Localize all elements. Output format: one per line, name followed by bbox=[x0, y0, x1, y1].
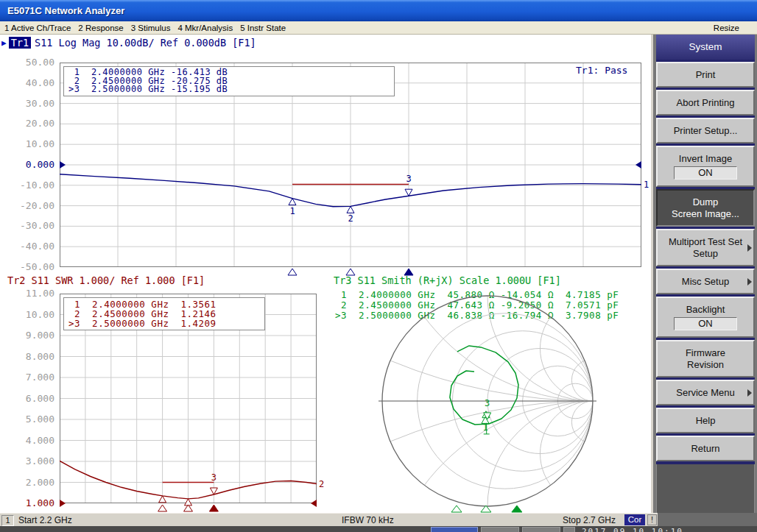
softkey-panel: System PrintAbort PrintingPrinter Setup.… bbox=[651, 35, 757, 526]
softkey-label: Printer Setup... bbox=[665, 125, 746, 136]
menu-item-4[interactable]: 4 Mkr/Analysis bbox=[177, 21, 233, 35]
y-axis-label: 9.000 bbox=[3, 330, 54, 341]
taskbar-clipped: 2017-09-10 10:10 bbox=[0, 526, 757, 532]
softkey-label: Return bbox=[665, 443, 746, 454]
y-axis-label: 3.000 bbox=[3, 456, 54, 467]
y-axis-label: 11.00 bbox=[3, 288, 54, 299]
start-frequency-field: Start 2.2 GHz bbox=[18, 515, 72, 525]
softkey-invert-image[interactable]: Invert ImageON bbox=[656, 146, 755, 187]
softkey-menu-title: System bbox=[656, 35, 755, 60]
correction-status-badge: Cor bbox=[624, 514, 645, 525]
softkey-label: Setup bbox=[665, 248, 746, 259]
y-axis-label: -40.00 bbox=[3, 241, 54, 252]
y-axis-label: 2.000 bbox=[3, 478, 54, 488]
menu-item-5[interactable]: 5 Instr State bbox=[240, 21, 286, 35]
softkey-abort-printing[interactable]: Abort Printing bbox=[656, 90, 755, 116]
tr3-stimulus-marker-3 bbox=[512, 506, 522, 512]
channel-number-indicator: 1 bbox=[1, 515, 14, 526]
softkey-toggle-value: ON bbox=[674, 166, 737, 180]
display-area: ▶Tr1S11 Log Mag 10.00dB/ Ref 0.000dB [F1… bbox=[0, 35, 651, 513]
tr3-header[interactable]: Tr3 S11 Smith (R+jX) Scale 1.000U [F1] bbox=[334, 274, 561, 286]
softkey-label: Abort Printing bbox=[665, 97, 746, 108]
menu-resize[interactable]: Resize bbox=[714, 21, 739, 35]
softkey-label: Misc Setup bbox=[665, 276, 746, 287]
softkey-firmware-revision[interactable]: FirmwareRevision bbox=[656, 340, 755, 377]
softkey-label: Screen Image... bbox=[665, 208, 746, 219]
tr1-ref-arrow-left bbox=[60, 161, 66, 169]
stop-frequency-field: Stop 2.7 GHz bbox=[563, 515, 616, 525]
tr3-marker-3-number: 3 bbox=[485, 398, 490, 408]
softkey-label: Dump bbox=[665, 196, 746, 208]
e5071c-screen: E5071C Network Analyzer 1 Active Ch/Trac… bbox=[0, 0, 757, 532]
y-axis-label: -50.00 bbox=[3, 262, 54, 272]
softkey-backlight[interactable]: BacklightON bbox=[656, 297, 755, 338]
y-axis-label: 30.00 bbox=[3, 99, 54, 109]
y-axis-label: 6.000 bbox=[3, 394, 54, 404]
softkey-toggle-value: ON bbox=[674, 317, 737, 330]
tr1-chip: Tr1 bbox=[9, 37, 31, 49]
menu-item-2[interactable]: 2 Response bbox=[78, 21, 123, 35]
tr1-stimulus-marker-1 bbox=[288, 269, 297, 275]
softkey-help[interactable]: Help bbox=[656, 408, 755, 433]
svg-text:3: 3 bbox=[211, 472, 216, 483]
softkey-label: Multiport Test Set bbox=[665, 236, 746, 247]
softkey-multiport-test-set-setup[interactable]: Multiport Test SetSetup bbox=[656, 229, 755, 266]
softkey-printer-setup[interactable]: Printer Setup... bbox=[656, 118, 755, 143]
y-axis-label: -30.00 bbox=[3, 221, 54, 231]
window-titlebar[interactable]: E5071C Network Analyzer bbox=[0, 0, 757, 21]
softkey-service-menu[interactable]: Service Menu bbox=[656, 380, 755, 405]
y-axis-label: 10.00 bbox=[3, 139, 54, 149]
tr1-trace-number-label: 1 bbox=[644, 180, 649, 190]
tr3-smith-chart: 31 bbox=[377, 294, 598, 514]
tr2-marker-readout: 1 2.4000000 GHz 1.3561 2 2.4500000 GHz 1… bbox=[63, 297, 265, 330]
tr3-marker-1-number: 1 bbox=[482, 422, 487, 433]
warning-badge: ! bbox=[647, 514, 657, 525]
window-title: E5071C Network Analyzer bbox=[7, 5, 124, 16]
softkey-label: Help bbox=[665, 415, 746, 426]
menu-item-3[interactable]: 3 Stimulus bbox=[131, 21, 171, 35]
svg-text:3: 3 bbox=[406, 174, 411, 184]
y-axis-label: 4.000 bbox=[3, 436, 54, 446]
softkey-print[interactable]: Print bbox=[656, 62, 755, 88]
tr1-limit-test-status: Tr1: Pass bbox=[576, 65, 627, 76]
softkey-misc-setup[interactable]: Misc Setup bbox=[656, 269, 755, 294]
softkey-return[interactable]: Return bbox=[656, 436, 755, 461]
taskbar-button[interactable] bbox=[481, 527, 519, 532]
tr1-marker-2 bbox=[347, 206, 354, 213]
y-axis-label: 40.00 bbox=[3, 78, 54, 88]
tr1-ref-arrow-right bbox=[635, 161, 641, 169]
submenu-arrow-icon bbox=[747, 389, 752, 397]
softkey-dump-screen-image[interactable]: DumpScreen Image... bbox=[656, 189, 755, 227]
y-axis-label: 1.000 bbox=[3, 498, 54, 508]
menu-item-1[interactable]: 1 Active Ch/Trace bbox=[4, 21, 71, 35]
active-trace-arrow-icon: ▶ bbox=[1, 38, 7, 48]
softkey-label: Invert Image bbox=[665, 153, 746, 164]
taskbar-button[interactable] bbox=[431, 527, 478, 532]
tr1-header[interactable]: ▶Tr1S11 Log Mag 10.00dB/ Ref 0.000dB [F1… bbox=[1, 37, 256, 49]
submenu-arrow-icon bbox=[747, 278, 752, 285]
tr2-stimulus-marker-1 bbox=[158, 505, 167, 511]
status-bar: 1 Start 2.2 GHz IFBW 70 kHz Stop 2.7 GHz… bbox=[0, 513, 658, 526]
taskbar-clock: 2017-09-10 10:10 bbox=[582, 527, 683, 532]
taskbar-button[interactable] bbox=[563, 527, 575, 532]
taskbar-button[interactable] bbox=[522, 527, 560, 532]
svg-text:1: 1 bbox=[289, 206, 295, 216]
tr2-trace-number-label: 2 bbox=[319, 479, 324, 489]
y-axis-label: -10.00 bbox=[3, 180, 54, 191]
y-axis-label: 20.00 bbox=[3, 118, 54, 129]
tr2-marker-1 bbox=[159, 496, 166, 503]
softkey-label: Print bbox=[665, 69, 746, 80]
y-axis-label: 7.000 bbox=[3, 372, 54, 383]
status-bar-filler bbox=[658, 513, 757, 526]
y-axis-label: -20.00 bbox=[3, 201, 54, 211]
marker-row: >3 2.5000000 GHz 1.4209 bbox=[68, 319, 261, 328]
submenu-arrow-icon bbox=[747, 244, 752, 252]
tr2-header[interactable]: Tr2 S11 SWR 1.000/ Ref 1.000 [F1] bbox=[7, 274, 205, 286]
softkey-label: Firmware bbox=[665, 347, 746, 358]
y-axis-label: 0.000 bbox=[3, 160, 54, 170]
ifbw-field: IFBW 70 kHz bbox=[342, 515, 394, 525]
softkey-stack: System PrintAbort PrintingPrinter Setup.… bbox=[656, 35, 755, 464]
tr1-header-text: S11 Log Mag 10.00dB/ Ref 0.000dB [F1] bbox=[35, 37, 256, 49]
softkey-label: Service Menu bbox=[665, 387, 746, 398]
softkey-label: Revision bbox=[665, 359, 746, 370]
